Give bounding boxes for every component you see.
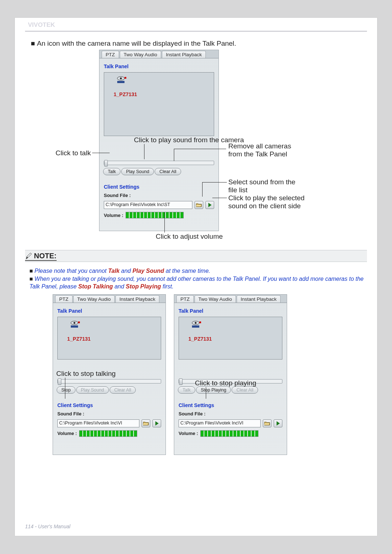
tab-strip: PTZ Two Way Audio Instant Playback <box>99 50 219 58</box>
camera-name-label: 1_PZ7131 <box>114 91 137 97</box>
volume-row: Volume : <box>53 429 166 440</box>
leader-line <box>65 378 65 399</box>
note-bar: NOTE: <box>25 250 367 262</box>
sound-file-label: Sound File : <box>53 410 166 417</box>
camera-list: 1_PZ7131 <box>57 317 161 360</box>
volume-label: Volume : <box>104 213 123 218</box>
sound-file-input[interactable]: C:\Program Files\Vivotek Inc\ST <box>104 201 192 209</box>
callout-select-sound-2: file list <box>228 186 248 194</box>
callout-remove-all-1: Remove all cameras <box>228 142 291 150</box>
tab-instant-playback[interactable]: Instant Playback <box>237 295 281 303</box>
stop-button[interactable]: Stop <box>57 386 75 394</box>
clear-all-button[interactable]: Clear All <box>155 168 181 175</box>
leader-line <box>212 198 227 198</box>
play-icon <box>208 203 212 207</box>
callout-select-sound-1: Select sound from the <box>228 178 295 186</box>
play-sound-file-button[interactable] <box>152 419 161 427</box>
callout-stop-talking: Click to stop talking <box>56 370 116 378</box>
leader-line <box>206 387 206 399</box>
camera-icon[interactable]: 1_PZ7131 <box>111 76 132 94</box>
callout-remove-all-2: from the Talk Panel <box>228 150 287 158</box>
clear-all-button: Clear All <box>232 386 258 394</box>
tab-two-way-audio[interactable]: Two Way Audio <box>120 51 162 58</box>
tab-ptz[interactable]: PTZ <box>55 295 73 303</box>
svg-point-10 <box>195 322 197 324</box>
tab-two-way-audio[interactable]: Two Way Audio <box>73 295 115 303</box>
play-icon <box>155 421 159 426</box>
svg-rect-4 <box>71 325 78 328</box>
folder-icon <box>264 421 270 426</box>
talk-panel-title: Talk Panel <box>53 303 166 315</box>
leader-line <box>164 212 165 233</box>
button-row: Talk Stop Playing Clear All <box>174 386 287 397</box>
volume-label: Volume : <box>57 431 77 436</box>
volume-row: Volume : <box>99 210 219 222</box>
track-thumb[interactable] <box>179 378 183 385</box>
talk-button[interactable]: Talk <box>103 168 121 175</box>
leader-line <box>144 144 144 159</box>
sound-file-label: Sound File : <box>99 191 219 199</box>
sound-file-input[interactable]: C:\Program Files\Vivotek Inc\VI <box>57 419 139 427</box>
talk-panel-stop-playing: PTZ Two Way Audio Instant Playback Talk … <box>174 294 287 455</box>
browse-folder-button[interactable] <box>195 201 203 209</box>
play-sound-file-button[interactable] <box>274 419 282 427</box>
button-row-main: Talk Play Sound Clear All <box>99 167 219 179</box>
intro-text: ■ An icon with the camera name will be d… <box>25 40 367 48</box>
browse-folder-button[interactable] <box>142 419 150 427</box>
tab-two-way-audio[interactable]: Two Way Audio <box>195 295 236 303</box>
camera-name-label: 1_PZ7131 <box>67 336 91 342</box>
notes-body: ■ Please note that you cannot Talk and P… <box>25 265 367 294</box>
progress-track[interactable] <box>104 161 214 165</box>
callout-play-selected-1: Click to play the selected <box>228 194 305 202</box>
progress-track[interactable] <box>57 379 161 383</box>
play-icon <box>277 421 280 426</box>
svg-point-2 <box>120 78 122 79</box>
svg-rect-7 <box>78 321 80 323</box>
tab-strip: PTZ Two Way Audio Instant Playback <box>53 295 166 303</box>
sound-file-row: C:\Program Files\Vivotek Inc\ST <box>99 199 219 210</box>
main-figure: PTZ Two Way Audio Instant Playback Talk … <box>25 50 367 246</box>
browse-folder-button[interactable] <box>263 419 271 427</box>
intro-text-content: An icon with the camera name will be dis… <box>37 40 236 47</box>
volume-slider[interactable] <box>200 430 258 437</box>
camera-list: 1_PZ7131 <box>179 317 282 360</box>
volume-slider[interactable] <box>126 212 184 218</box>
svg-rect-8 <box>192 325 199 328</box>
camera-icon[interactable]: 1_PZ7131 <box>186 321 207 339</box>
callout-adjust-volume: Click to adjust volume <box>156 233 223 241</box>
folder-icon <box>196 202 202 208</box>
callout-play-selected-2: sound on the client side <box>228 202 301 210</box>
play-sound-file-button[interactable] <box>205 201 214 209</box>
tab-ptz[interactable]: PTZ <box>176 295 194 303</box>
camera-icon[interactable]: 1_PZ7131 <box>65 321 86 339</box>
talk-panel-title: Talk Panel <box>174 303 287 315</box>
note-line-1: ■ Please note that you cannot Talk and P… <box>29 267 366 275</box>
tab-instant-playback[interactable]: Instant Playback <box>162 51 206 58</box>
track-thumb[interactable] <box>58 378 61 385</box>
callout-click-to-talk: Click to talk <box>56 149 91 157</box>
tab-instant-playback[interactable]: Instant Playback <box>115 295 159 303</box>
button-row: Stop Play Sound Clear All <box>53 386 166 397</box>
sound-file-row: C:\Program Files\Vivotek Inc\VI <box>174 417 287 429</box>
client-settings-title: Client Settings <box>99 179 219 191</box>
talk-panel-title: Talk Panel <box>99 58 219 71</box>
stop-playing-button[interactable]: Stop Playing <box>196 386 231 394</box>
sound-file-input[interactable]: C:\Program Files\Vivotek Inc\VI <box>179 419 261 427</box>
bottom-figures: PTZ Two Way Audio Instant Playback Talk … <box>25 294 367 465</box>
play-sound-button: Play Sound <box>76 386 109 394</box>
volume-label: Volume : <box>179 431 198 436</box>
pencil-icon <box>25 252 32 260</box>
clear-all-button: Clear All <box>110 386 136 394</box>
svg-rect-0 <box>117 81 124 83</box>
play-sound-button[interactable]: Play Sound <box>121 168 154 175</box>
volume-slider[interactable] <box>79 430 137 437</box>
tab-strip: PTZ Two Way Audio Instant Playback <box>174 295 287 303</box>
note-line-2: ■ When you are talking or playing sound,… <box>29 275 366 291</box>
track-thumb[interactable] <box>104 160 108 167</box>
leader-line <box>174 149 226 149</box>
callout-stop-playing: Click to stop playing <box>195 379 256 387</box>
tab-ptz[interactable]: PTZ <box>102 51 119 58</box>
leader-line <box>174 149 174 161</box>
talk-button: Talk <box>178 386 195 394</box>
svg-rect-3 <box>124 77 126 79</box>
